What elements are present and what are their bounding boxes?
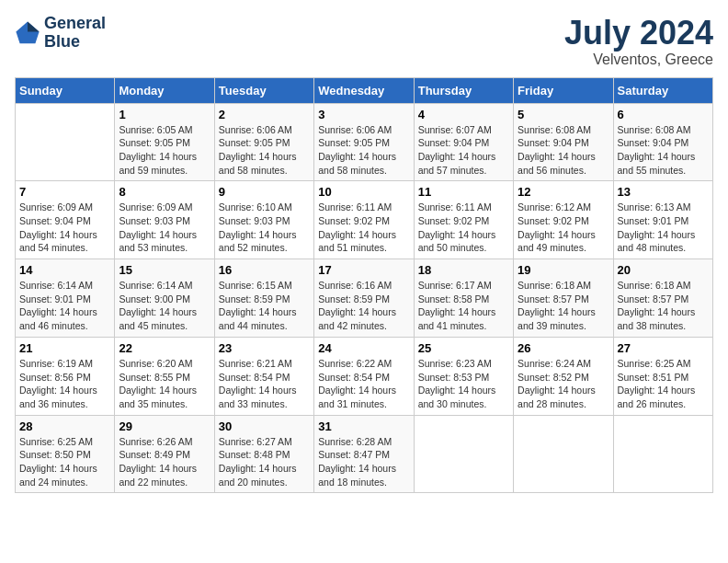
col-saturday: Saturday — [613, 77, 712, 103]
day-info: Sunrise: 6:26 AM Sunset: 8:49 PM Dayligh… — [119, 435, 210, 489]
day-number: 31 — [318, 419, 409, 433]
logo-icon — [15, 20, 40, 46]
day-number: 1 — [119, 108, 210, 121]
day-info: Sunrise: 6:28 AM Sunset: 8:47 PM Dayligh… — [318, 435, 409, 489]
calendar-cell: 19Sunrise: 6:18 AM Sunset: 8:57 PM Dayli… — [514, 259, 613, 338]
calendar-cell — [414, 415, 513, 493]
day-info: Sunrise: 6:06 AM Sunset: 9:05 PM Dayligh… — [219, 123, 310, 178]
day-number: 12 — [518, 185, 609, 199]
day-info: Sunrise: 6:18 AM Sunset: 8:57 PM Dayligh… — [518, 279, 609, 333]
calendar-cell: 30Sunrise: 6:27 AM Sunset: 8:48 PM Dayli… — [214, 415, 313, 493]
day-number: 8 — [119, 185, 210, 199]
day-info: Sunrise: 6:20 AM Sunset: 8:55 PM Dayligh… — [119, 357, 210, 411]
calendar-cell: 10Sunrise: 6:11 AM Sunset: 9:02 PM Dayli… — [314, 181, 414, 259]
day-number: 25 — [418, 341, 509, 355]
day-number: 5 — [518, 108, 609, 121]
calendar-week-1: 7Sunrise: 6:09 AM Sunset: 9:04 PM Daylig… — [16, 181, 713, 259]
day-info: Sunrise: 6:19 AM Sunset: 8:56 PM Dayligh… — [19, 357, 110, 411]
day-info: Sunrise: 6:21 AM Sunset: 8:54 PM Dayligh… — [219, 357, 310, 411]
day-info: Sunrise: 6:11 AM Sunset: 9:02 PM Dayligh… — [418, 201, 509, 255]
col-thursday: Thursday — [414, 77, 513, 103]
month-title: July 2024 — [564, 15, 713, 52]
calendar-cell: 23Sunrise: 6:21 AM Sunset: 8:54 PM Dayli… — [214, 337, 313, 415]
calendar-cell: 6Sunrise: 6:08 AM Sunset: 9:04 PM Daylig… — [613, 103, 712, 181]
day-number: 3 — [318, 108, 409, 121]
day-info: Sunrise: 6:23 AM Sunset: 8:53 PM Dayligh… — [418, 357, 509, 411]
svg-marker-1 — [28, 21, 40, 31]
calendar-cell: 24Sunrise: 6:22 AM Sunset: 8:54 PM Dayli… — [314, 337, 414, 415]
day-number: 23 — [219, 341, 310, 355]
calendar-cell: 28Sunrise: 6:25 AM Sunset: 8:50 PM Dayli… — [16, 415, 115, 493]
day-info: Sunrise: 6:25 AM Sunset: 8:50 PM Dayligh… — [19, 435, 110, 489]
calendar-cell — [514, 415, 613, 493]
day-info: Sunrise: 6:17 AM Sunset: 8:58 PM Dayligh… — [418, 279, 509, 333]
calendar-cell: 25Sunrise: 6:23 AM Sunset: 8:53 PM Dayli… — [414, 337, 513, 415]
calendar-cell: 27Sunrise: 6:25 AM Sunset: 8:51 PM Dayli… — [613, 337, 712, 415]
day-number: 10 — [318, 185, 409, 199]
day-info: Sunrise: 6:06 AM Sunset: 9:05 PM Dayligh… — [318, 123, 409, 178]
day-info: Sunrise: 6:11 AM Sunset: 9:02 PM Dayligh… — [318, 201, 409, 255]
calendar-cell: 21Sunrise: 6:19 AM Sunset: 8:56 PM Dayli… — [16, 337, 115, 415]
day-number: 11 — [418, 185, 509, 199]
day-number: 16 — [219, 263, 310, 277]
day-number: 2 — [219, 108, 310, 121]
calendar-cell: 26Sunrise: 6:24 AM Sunset: 8:52 PM Dayli… — [514, 337, 613, 415]
day-number: 9 — [219, 185, 310, 199]
day-info: Sunrise: 6:08 AM Sunset: 9:04 PM Dayligh… — [618, 123, 709, 178]
day-info: Sunrise: 6:27 AM Sunset: 8:48 PM Dayligh… — [219, 435, 310, 489]
day-info: Sunrise: 6:22 AM Sunset: 8:54 PM Dayligh… — [318, 357, 409, 411]
day-number: 14 — [19, 263, 110, 277]
day-number: 7 — [19, 185, 110, 199]
day-number: 26 — [518, 341, 609, 355]
calendar-cell: 29Sunrise: 6:26 AM Sunset: 8:49 PM Dayli… — [115, 415, 214, 493]
day-info: Sunrise: 6:05 AM Sunset: 9:05 PM Dayligh… — [119, 123, 210, 178]
day-number: 30 — [219, 419, 310, 433]
calendar-cell: 11Sunrise: 6:11 AM Sunset: 9:02 PM Dayli… — [414, 181, 513, 259]
calendar-header: Sunday Monday Tuesday Wednesday Thursday… — [16, 77, 713, 103]
day-number: 13 — [618, 185, 709, 199]
col-sunday: Sunday — [16, 77, 115, 103]
calendar-cell: 14Sunrise: 6:14 AM Sunset: 9:01 PM Dayli… — [16, 259, 115, 338]
day-info: Sunrise: 6:08 AM Sunset: 9:04 PM Dayligh… — [518, 123, 609, 178]
day-number: 22 — [119, 341, 210, 355]
location: Velventos, Greece — [564, 52, 713, 68]
col-monday: Monday — [115, 77, 214, 103]
day-info: Sunrise: 6:12 AM Sunset: 9:02 PM Dayligh… — [518, 201, 609, 255]
calendar-cell: 15Sunrise: 6:14 AM Sunset: 9:00 PM Dayli… — [115, 259, 214, 338]
calendar-table: Sunday Monday Tuesday Wednesday Thursday… — [15, 77, 713, 494]
day-info: Sunrise: 6:24 AM Sunset: 8:52 PM Dayligh… — [518, 357, 609, 411]
day-number: 29 — [119, 419, 210, 433]
header-row: Sunday Monday Tuesday Wednesday Thursday… — [16, 77, 713, 103]
calendar-cell — [613, 415, 712, 493]
calendar-week-0: 1Sunrise: 6:05 AM Sunset: 9:05 PM Daylig… — [16, 103, 713, 181]
calendar-week-3: 21Sunrise: 6:19 AM Sunset: 8:56 PM Dayli… — [16, 337, 713, 415]
day-info: Sunrise: 6:10 AM Sunset: 9:03 PM Dayligh… — [219, 201, 310, 255]
day-number: 15 — [119, 263, 210, 277]
col-friday: Friday — [514, 77, 613, 103]
day-number: 6 — [618, 108, 709, 121]
calendar-cell: 3Sunrise: 6:06 AM Sunset: 9:05 PM Daylig… — [314, 103, 414, 181]
calendar-cell: 16Sunrise: 6:15 AM Sunset: 8:59 PM Dayli… — [214, 259, 313, 338]
title-block: July 2024 Velventos, Greece — [564, 15, 713, 68]
logo: General Blue — [15, 15, 106, 52]
calendar-week-2: 14Sunrise: 6:14 AM Sunset: 9:01 PM Dayli… — [16, 259, 713, 338]
day-info: Sunrise: 6:09 AM Sunset: 9:03 PM Dayligh… — [119, 201, 210, 255]
day-number: 18 — [418, 263, 509, 277]
day-info: Sunrise: 6:15 AM Sunset: 8:59 PM Dayligh… — [219, 279, 310, 333]
calendar-week-4: 28Sunrise: 6:25 AM Sunset: 8:50 PM Dayli… — [16, 415, 713, 493]
calendar-cell: 4Sunrise: 6:07 AM Sunset: 9:04 PM Daylig… — [414, 103, 513, 181]
day-number: 21 — [19, 341, 110, 355]
calendar-cell: 31Sunrise: 6:28 AM Sunset: 8:47 PM Dayli… — [314, 415, 414, 493]
calendar-cell: 7Sunrise: 6:09 AM Sunset: 9:04 PM Daylig… — [16, 181, 115, 259]
calendar-cell: 20Sunrise: 6:18 AM Sunset: 8:57 PM Dayli… — [613, 259, 712, 338]
day-number: 28 — [19, 419, 110, 433]
page-header: General Blue July 2024 Velventos, Greece — [15, 15, 713, 68]
day-info: Sunrise: 6:09 AM Sunset: 9:04 PM Dayligh… — [19, 201, 110, 255]
calendar-cell: 17Sunrise: 6:16 AM Sunset: 8:59 PM Dayli… — [314, 259, 414, 338]
calendar-body: 1Sunrise: 6:05 AM Sunset: 9:05 PM Daylig… — [16, 103, 713, 493]
logo-text-line2: Blue — [44, 33, 106, 52]
col-tuesday: Tuesday — [214, 77, 313, 103]
logo-text-line1: General — [44, 15, 106, 33]
day-info: Sunrise: 6:18 AM Sunset: 8:57 PM Dayligh… — [618, 279, 709, 333]
col-wednesday: Wednesday — [314, 77, 414, 103]
